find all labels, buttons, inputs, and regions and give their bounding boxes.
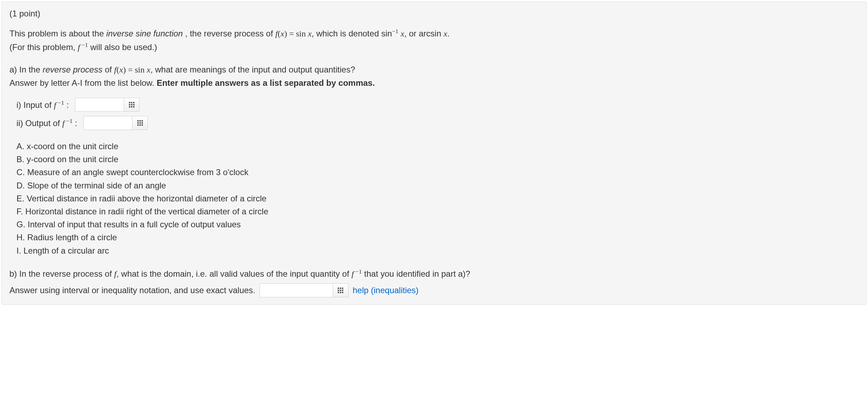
math-sup: −1 [80,42,88,48]
math-sup: −1 [56,99,64,106]
math-eq: = [126,65,135,74]
option-f: F. Horizontal distance in radii right of… [16,205,859,218]
math-eq: = [287,29,296,38]
option-e: E. Vertical distance in radii above the … [16,192,859,205]
input-group-b [260,283,349,297]
math-paren: ( [117,65,119,74]
text: a) In the [9,65,43,74]
math-x: x [147,65,151,74]
keypad-icon [137,120,143,126]
math-sin: sin [135,65,147,74]
part-b-row: Answer using interval or inequality nota… [9,283,859,297]
part-b-line1: b) In the reverse process of f, what is … [9,267,859,281]
part-b-line2: Answer using interval or inequality nota… [9,285,255,295]
part-a-line1: a) In the reverse process of f(x) = sin … [9,63,859,76]
input-i-label: i) Input of f −1 : [16,99,69,110]
input-row-i: i) Input of f −1 : [16,98,859,112]
option-c: C. Measure of an angle swept countercloc… [16,166,859,179]
intro-text: will also be used.) [88,42,157,52]
math-x: x [119,65,123,74]
math-x: x [398,29,404,38]
math-sup: −1 [354,268,362,275]
math-x: x [308,29,312,38]
keypad-button-b[interactable] [333,283,349,297]
intro-text: , the reverse process of [183,29,275,38]
intro-text: , which is denoted sin [312,29,392,38]
option-h: H. Radius length of a circle [16,231,859,244]
text: , what are meanings of the input and out… [150,65,355,74]
option-i: I. Length of a circular arc [16,244,859,257]
intro-paragraph-2: (For this problem, f −1 will also be use… [9,41,859,54]
intro-text: , or arcsin [404,29,443,38]
intro-italic: inverse sine function [106,29,183,38]
input-group-ii [83,116,148,130]
option-b: B. y-coord on the unit circle [16,153,859,166]
math-f: f [114,65,117,74]
math-sup: −1 [64,118,73,124]
option-g: G. Interval of input that results in a f… [16,218,859,231]
points-label: (1 point) [9,9,859,19]
math-sin: sin [296,29,308,38]
text: , what is the domain, i.e. all valid val… [116,269,351,278]
keypad-button-i[interactable] [124,98,139,112]
text: Answer by letter A-I from the list below… [9,78,157,88]
keypad-button-ii[interactable] [132,116,148,130]
problem-container: (1 point) This problem is about the inve… [1,1,867,305]
input-ii-label: ii) Output of f −1 : [16,118,77,128]
keypad-icon [129,102,135,108]
input-b-field[interactable] [260,283,333,297]
math-x: x [443,29,447,38]
keypad-icon [338,288,343,293]
math-paren: ) [123,65,126,74]
input-ii-field[interactable] [83,116,132,130]
options-list: A. x-coord on the unit circle B. y-coord… [16,140,859,257]
text: that you identified in part a)? [362,269,470,278]
input-group-i [75,98,139,112]
option-a: A. x-coord on the unit circle [16,140,859,153]
italic-text: reverse process [43,65,103,74]
input-i-field[interactable] [75,98,124,112]
part-a-line2: Answer by letter A-I from the list below… [9,77,859,89]
text: : [64,100,69,110]
intro-text: This problem is about the [9,29,106,38]
intro-text: (For this problem, [9,42,78,52]
intro-paragraph-1: This problem is about the inverse sine f… [9,27,859,40]
text: i) Input of [16,100,54,110]
math-x: x [281,29,284,38]
text: : [73,118,77,128]
text: of [102,65,114,74]
bold-text: Enter multiple answers as a list separat… [157,78,375,88]
text: ii) Output of [16,118,62,128]
intro-text: . [447,29,450,38]
math-sup: −1 [392,28,398,35]
option-d: D. Slope of the terminal side of an angl… [16,179,859,192]
math-paren: ( [278,29,281,38]
text: b) In the reverse process of [9,269,114,278]
help-inequalities-link[interactable]: help (inequalities) [353,285,419,295]
input-row-ii: ii) Output of f −1 : [16,116,859,130]
math-f: f [275,29,278,38]
